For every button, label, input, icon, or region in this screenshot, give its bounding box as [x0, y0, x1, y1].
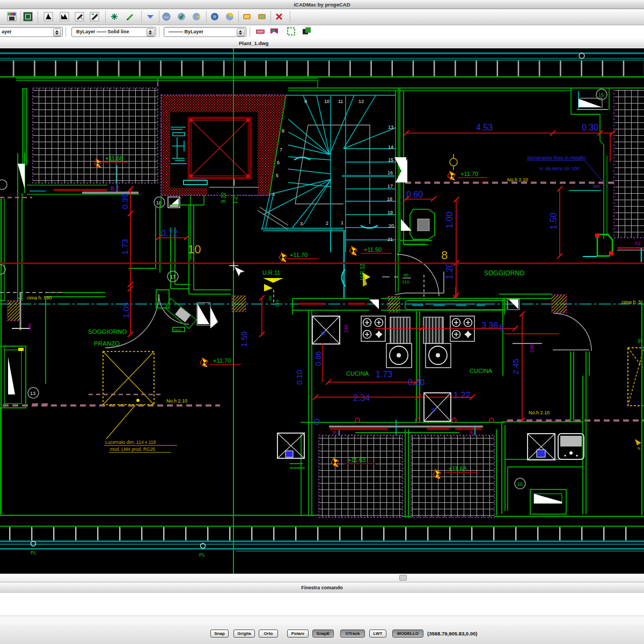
svg-text:SOGGIORNO: SOGGIORNO — [88, 328, 127, 335]
svg-text:6: 6 — [277, 160, 280, 165]
svg-text:M: M — [321, 331, 325, 336]
svg-text:mod. LM4 prod. RG25: mod. LM4 prod. RG25 — [110, 447, 155, 452]
svg-text:2.34: 2.34 — [353, 393, 370, 402]
svg-text:0.86: 0.86 — [314, 351, 323, 365]
svg-text:B.Z.: B.Z. — [333, 430, 341, 435]
svg-text:4.53: 4.53 — [476, 123, 493, 132]
svg-text:16: 16 — [517, 481, 523, 487]
svg-text:+11.63: +11.63 — [449, 465, 466, 472]
svg-text:PL: PL — [31, 550, 36, 555]
svg-text:B.Z.: B.Z. — [470, 430, 478, 435]
svg-text:Serramento fisso in metallo: Serramento fisso in metallo — [527, 155, 586, 160]
svg-text:cima h. 580: cima h. 580 — [27, 295, 52, 301]
svg-text:9.12: 9.12 — [221, 192, 226, 203]
svg-text:1.59: 1.59 — [239, 331, 248, 347]
svg-text:0.72: 0.72 — [161, 229, 178, 238]
svg-text:CUCINA: CUCINA — [346, 370, 369, 377]
svg-text:M: M — [432, 407, 436, 413]
svg-text:15: 15 — [598, 92, 604, 98]
svg-text:+11.68: +11.68 — [105, 155, 123, 162]
svg-text:+11.63: +11.63 — [348, 457, 365, 463]
svg-text:H. da terra cm 100: H. da terra cm 100 — [539, 166, 580, 171]
svg-text:h.: h. — [638, 446, 641, 451]
svg-text:+11.50: +11.50 — [364, 246, 382, 253]
svg-text:4: 4 — [272, 192, 275, 197]
svg-text:17: 17 — [387, 184, 393, 189]
svg-text:1.50: 1.50 — [549, 213, 558, 229]
svg-text:+11.70: +11.70 — [213, 357, 231, 364]
svg-text:18: 18 — [387, 196, 392, 202]
svg-text:PL: PL — [199, 552, 205, 558]
svg-text:240: 240 — [529, 345, 535, 353]
svg-text:210: 210 — [275, 299, 280, 307]
svg-text:20: 20 — [389, 223, 394, 229]
svg-text:X2: X2 — [635, 240, 641, 246]
svg-text:1.73: 1.73 — [376, 370, 392, 379]
svg-text:0.30: 0.30 — [582, 123, 598, 132]
svg-text:8: 8 — [441, 248, 448, 262]
svg-text:19: 19 — [387, 210, 393, 215]
svg-text:5: 5 — [276, 173, 279, 178]
svg-text:8: 8 — [282, 128, 284, 134]
svg-text:U.R.11: U.R.11 — [262, 269, 280, 276]
svg-text:1.20: 1.20 — [445, 262, 454, 279]
svg-text:2: 2 — [326, 221, 328, 226]
svg-text:210: 210 — [402, 280, 409, 284]
svg-text:B.Z.: B.Z. — [111, 186, 120, 192]
svg-text:1.73: 1.73 — [120, 239, 129, 254]
svg-text:1.22: 1.22 — [453, 391, 470, 400]
svg-text:cima h. 5: cima h. 5 — [621, 299, 641, 305]
svg-text:PRANZO: PRANZO — [94, 340, 120, 347]
svg-text:10: 10 — [188, 243, 201, 256]
svg-text:90: 90 — [268, 296, 273, 301]
svg-text:240: 240 — [27, 323, 32, 331]
svg-text:DIS: DIS — [174, 328, 181, 332]
svg-text:90: 90 — [404, 273, 408, 277]
svg-text:13: 13 — [388, 125, 393, 130]
svg-text:1.00: 1.00 — [445, 211, 454, 228]
svg-text:10: 10 — [324, 99, 330, 104]
svg-text:12: 12 — [358, 99, 364, 104]
svg-text:14: 14 — [388, 144, 393, 150]
svg-text:CUCINA: CUCINA — [470, 368, 493, 374]
svg-text:0.10: 0.10 — [295, 370, 304, 384]
svg-text:9: 9 — [304, 99, 307, 104]
svg-text:1: 1 — [341, 220, 343, 225]
svg-text:No.h 2.10: No.h 2.10 — [166, 398, 187, 404]
svg-text:240: 240 — [343, 325, 349, 333]
svg-text:SOGGIORNO: SOGGIORNO — [484, 269, 524, 277]
svg-text:2.45: 2.45 — [511, 358, 520, 374]
svg-text:6: 6 — [499, 323, 504, 332]
svg-text:0.60: 0.60 — [406, 190, 423, 199]
svg-text:21: 21 — [387, 237, 393, 242]
svg-text:7: 7 — [280, 147, 282, 152]
svg-text:+11.70: +11.70 — [460, 171, 478, 177]
svg-text:16: 16 — [387, 170, 393, 175]
svg-text:300: 300 — [592, 184, 600, 189]
svg-text:No.h 2.10: No.h 2.10 — [507, 177, 528, 182]
svg-text:15: 15 — [388, 157, 393, 163]
svg-text:11: 11 — [338, 99, 343, 104]
svg-text:13: 13 — [30, 391, 35, 396]
svg-text:Lucernaio dim. 114 x 118: Lucernaio dim. 114 x 118 — [105, 440, 156, 445]
svg-text:3: 3 — [300, 221, 303, 226]
svg-text:1.05: 1.05 — [121, 302, 130, 318]
svg-text:No.h 2.10: No.h 2.10 — [529, 410, 550, 415]
svg-text:17: 17 — [170, 274, 175, 280]
svg-text:0.39: 0.39 — [120, 193, 129, 209]
svg-text:+11.70: +11.70 — [290, 252, 308, 258]
